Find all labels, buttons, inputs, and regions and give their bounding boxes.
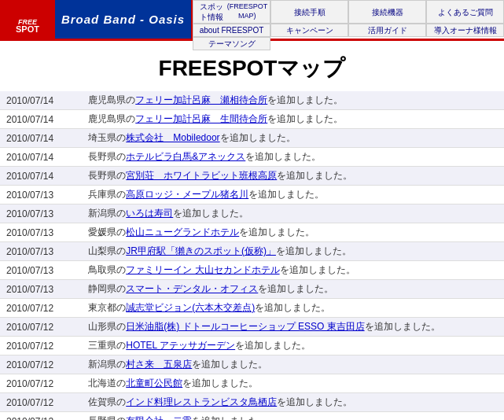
entry-date: 2010/07/13 [0, 261, 82, 280]
entry-link[interactable]: 松山ニューグランドホテル [126, 227, 239, 238]
entry-link[interactable]: インド料理レストランビスタ鳥栖店 [126, 396, 277, 407]
entry-link[interactable]: 北童町公民館 [126, 378, 182, 389]
entry-link[interactable]: 高原ロッジ・メープル猪名川 [126, 189, 248, 200]
entry-date: 2010/07/13 [0, 223, 82, 242]
entry-link[interactable]: 日米油脂(株) ドトールコーヒーショップ ESSO 東吉田店 [126, 321, 364, 332]
entry-date: 2010/07/12 [0, 374, 82, 393]
entry-date: 2010/07/14 [0, 129, 82, 148]
entry-date: 2010/07/13 [0, 280, 82, 299]
entry-content: 東京都の誠志堂ビジョン(六本木交差点)を追加しました。 [82, 299, 504, 318]
entry-content: 北海道の北童町公民館を追加しました。 [82, 374, 504, 393]
nav-cell-devices[interactable]: 接続機器 [348, 0, 426, 24]
entry-link[interactable]: JR甲府駅「獺きのスポット(仮称)」 [126, 245, 276, 256]
entry-date: 2010/07/14 [0, 91, 82, 110]
svg-text:SPOT: SPOT [16, 24, 39, 34]
table-row: 2010/07/12北海道の北童町公民館を追加しました。 [0, 374, 504, 393]
table-row: 2010/07/12佐賀県のインド料理レストランビスタ鳥栖店を追加しました。 [0, 393, 504, 412]
table-row: 2010/07/13愛媛県の松山ニューグランドホテルを追加しました。 [0, 223, 504, 242]
table-row: 2010/07/13山梨県のJR甲府駅「獺きのスポット(仮称)」を追加しました。 [0, 242, 504, 261]
entry-link[interactable]: ファミリーイン 大山セカンドホテル [126, 264, 279, 275]
entry-content: 山形県の日米油脂(株) ドトールコーヒーショップ ESSO 東吉田店を追加しまし… [82, 318, 504, 337]
table-row: 2010/07/13静岡県のスマート・デンタル・オフィスを追加しました。 [0, 280, 504, 299]
entry-link[interactable]: 誠志堂ビジョン(六本木交差点) [126, 302, 255, 313]
entry-link[interactable]: 宮別荘 ホワイトラビット班根高原 [126, 170, 277, 181]
entry-date: 2010/07/12 [0, 318, 82, 337]
entry-link[interactable]: HOTEL アテッサガーデン [126, 340, 235, 351]
entry-link[interactable]: フェリー加計呂麻 生間待合所 [135, 113, 267, 124]
entry-content: 長野県の有限会社 二零を追加しました。 [82, 412, 504, 421]
nav-cell-connection-steps[interactable]: 接続手順 [270, 0, 348, 24]
entry-date: 2010/07/12 [0, 299, 82, 318]
entry-date: 2010/07/14 [0, 167, 82, 186]
entry-link[interactable]: ホテルビラ白馬&アネックス [126, 151, 245, 162]
nav-cell-campaign[interactable]: キャンペーン [270, 24, 348, 37]
table-row: 2010/07/14鹿児島県のフェリー加計呂麻 生間待合所を追加しました。 [0, 110, 504, 129]
table-row: 2010/07/13鳥取県のファミリーイン 大山セカンドホテルを追加しました。 [0, 261, 504, 280]
header-nav: スポット情報(FREESPOT MAP) 接続手順 接続機器 よくあるご質問 a… [193, 0, 504, 39]
entry-content: 長野県のホテルビラ白馬&アネックスを追加しました。 [82, 148, 504, 167]
entry-content: 静岡県のスマート・デンタル・オフィスを追加しました。 [82, 280, 504, 299]
entry-content: 新潟県の村さ来 五泉店を追加しました。 [82, 356, 504, 374]
table-row: 2010/07/14埼玉県の株式会社 Mobiledoorを追加しました。 [0, 129, 504, 148]
entry-date: 2010/07/13 [0, 186, 82, 204]
table-row: 2010/07/14長野県の宮別荘 ホワイトラビット班根高原を追加しました。 [0, 167, 504, 186]
entry-content: 佐賀県のインド料理レストランビスタ鳥栖店を追加しました。 [82, 393, 504, 412]
brand-text: Broad Band - Oasis [61, 13, 185, 26]
entry-link[interactable]: 株式会社 Mobiledoor [126, 132, 219, 143]
entry-date: 2010/07/13 [0, 204, 82, 223]
entry-content: 山梨県のJR甲府駅「獺きのスポット(仮称)」を追加しました。 [82, 242, 504, 261]
table-row: 2010/07/12三重県のHOTEL アテッサガーデンを追加しました。 [0, 337, 504, 356]
entry-link[interactable]: フェリー加計呂麻 瀬相待合所 [135, 94, 267, 105]
entry-link[interactable]: いろは寿司 [126, 208, 173, 219]
nav-cell-spot-info[interactable]: スポット情報(FREESPOT MAP) [193, 0, 270, 24]
nav-cell-faq[interactable]: よくあるご質問 [426, 0, 504, 24]
entry-date: 2010/07/12 [0, 356, 82, 374]
entry-content: 新潟県のいろは寿司を追加しました。 [82, 204, 504, 223]
nav-cell-theme[interactable]: テーマソング [193, 37, 270, 50]
table-row: 2010/07/13新潟県のいろは寿司を追加しました。 [0, 204, 504, 223]
nav-cell-owner[interactable]: 導入オーナ様情報 [426, 24, 504, 37]
entry-link[interactable]: 村さ来 五泉店 [126, 359, 192, 370]
nav-cell-guide[interactable]: 活用ガイド [348, 24, 426, 37]
entry-date: 2010/07/12 [0, 337, 82, 356]
table-row: 2010/07/14長野県のホテルビラ白馬&アネックスを追加しました。 [0, 148, 504, 167]
table-row: 2010/07/12長野県の有限会社 二零を追加しました。 [0, 412, 504, 421]
entries-table: 2010/07/14鹿児島県のフェリー加計呂麻 瀬相待合所を追加しました。201… [0, 91, 504, 420]
table-row: 2010/07/12東京都の誠志堂ビジョン(六本木交差点)を追加しました。 [0, 299, 504, 318]
entry-date: 2010/07/13 [0, 242, 82, 261]
table-row: 2010/07/12山形県の日米油脂(株) ドトールコーヒーショップ ESSO … [0, 318, 504, 337]
header-logo: FREE SPOT [0, 0, 55, 39]
top-header: FREE SPOT Broad Band - Oasis スポット情報(FREE… [0, 0, 504, 41]
entry-date: 2010/07/14 [0, 110, 82, 129]
table-row: 2010/07/12新潟県の村さ来 五泉店を追加しました。 [0, 356, 504, 374]
entry-content: 埼玉県の株式会社 Mobiledoorを追加しました。 [82, 129, 504, 148]
header-brand: Broad Band - Oasis [55, 0, 193, 39]
entry-content: 長野県の宮別荘 ホワイトラビット班根高原を追加しました。 [82, 167, 504, 186]
entry-date: 2010/07/12 [0, 412, 82, 421]
entry-content: 兵庫県の高原ロッジ・メープル猪名川を追加しました。 [82, 186, 504, 204]
entry-link[interactable]: 有限会社 二零 [126, 415, 192, 420]
entry-content: 鹿児島県のフェリー加計呂麻 生間待合所を追加しました。 [82, 110, 504, 129]
entry-link[interactable]: スマート・デンタル・オフィス [126, 283, 258, 294]
table-row: 2010/07/14鹿児島県のフェリー加計呂麻 瀬相待合所を追加しました。 [0, 91, 504, 110]
entry-date: 2010/07/14 [0, 148, 82, 167]
table-row: 2010/07/13兵庫県の高原ロッジ・メープル猪名川を追加しました。 [0, 186, 504, 204]
entry-content: 鳥取県のファミリーイン 大山セカンドホテルを追加しました。 [82, 261, 504, 280]
nav-cell-about[interactable]: about FREESPOT [193, 24, 270, 37]
entry-content: 三重県のHOTEL アテッサガーデンを追加しました。 [82, 337, 504, 356]
entry-date: 2010/07/12 [0, 393, 82, 412]
entry-content: 鹿児島県のフェリー加計呂麻 瀬相待合所を追加しました。 [82, 91, 504, 110]
entry-content: 愛媛県の松山ニューグランドホテルを追加しました。 [82, 223, 504, 242]
